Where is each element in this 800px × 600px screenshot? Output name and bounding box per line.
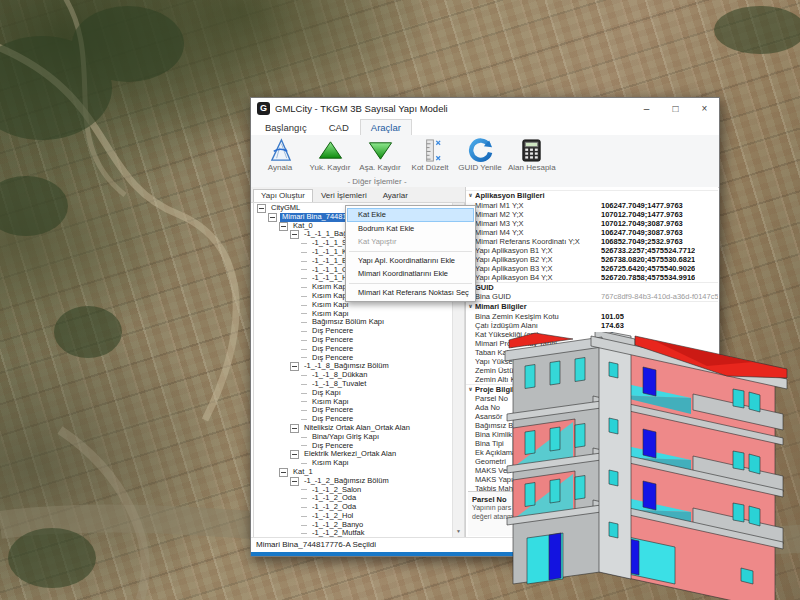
property-name: Bina GUID bbox=[466, 292, 601, 301]
tree-connector bbox=[301, 331, 307, 332]
property-value: 107012.7049;1477.9763 bbox=[601, 210, 683, 219]
ribbon-tab-Araçlar[interactable]: Araçlar bbox=[360, 119, 412, 135]
tree-item[interactable]: Dış Pencere bbox=[254, 327, 453, 336]
tree-connector bbox=[301, 278, 307, 279]
context-menu-item[interactable]: Mimari Kat Referans Noktası Seç bbox=[347, 286, 474, 300]
chevron-down-icon[interactable]: ∨ bbox=[466, 385, 475, 395]
property-name: Yapı Aplikasyon B3 Y;X bbox=[466, 264, 601, 273]
property-section-header[interactable]: ∨Aplikasyon Bilgileri bbox=[466, 190, 718, 201]
triangle-down-icon bbox=[368, 138, 393, 163]
ribbon-tab-bar: BaşlangıçCADAraçlar bbox=[251, 118, 719, 135]
property-name: Mimari M1 Y;X bbox=[466, 201, 601, 210]
property-row[interactable]: Bina Zemin Kesişim Kotu101.05 bbox=[466, 312, 718, 321]
context-menu-item[interactable]: Bodrum Kat Ekle bbox=[347, 222, 474, 236]
tree-connector bbox=[301, 349, 307, 350]
tree-expander-icon[interactable] bbox=[279, 222, 288, 231]
tree-connector bbox=[301, 463, 307, 464]
tree-connector bbox=[301, 419, 307, 420]
maximize-button[interactable]: □ bbox=[661, 98, 690, 118]
property-row[interactable]: Yapı Aplikasyon B3 Y;X526725.6420;457554… bbox=[466, 264, 718, 273]
toolbar-button-triangle-up[interactable]: Yuk. Kaydır bbox=[305, 137, 355, 172]
toolbar-button-label: GUID Yenile bbox=[458, 163, 502, 172]
toolbar-button-triangle-down[interactable]: Aşa. Kaydır bbox=[355, 137, 405, 172]
building-3d-model[interactable] bbox=[495, 332, 800, 600]
scroll-down-icon[interactable]: ▼ bbox=[453, 526, 464, 537]
ribbon-tab-Başlangıç[interactable]: Başlangıç bbox=[254, 119, 318, 135]
property-value: 526720.7858;4575534.9916 bbox=[601, 273, 695, 282]
context-menu-item[interactable]: Mimari Koordinatlarını Ekle bbox=[347, 267, 474, 281]
tree-item[interactable]: Bina/Yapı Giriş Kapı bbox=[254, 433, 453, 442]
status-text: Mimari Bina_744817776-A Seçildi bbox=[256, 540, 376, 549]
property-section-header[interactable]: ∨GUID bbox=[466, 282, 718, 293]
property-row[interactable]: Yapı Aplikasyon B4 Y;X526720.7858;457553… bbox=[466, 273, 718, 282]
property-row[interactable]: Mimari M3 Y;X107012.7049;3087.9763 bbox=[466, 219, 718, 228]
property-value: 107012.7049;3087.9763 bbox=[601, 219, 683, 228]
tree-expander-icon[interactable] bbox=[268, 213, 277, 222]
tree-item[interactable]: Dış Pencere bbox=[254, 336, 453, 345]
context-menu-item[interactable]: Yapı Apl. Koordinatlarını Ekle bbox=[347, 254, 474, 268]
minimize-button[interactable]: – bbox=[632, 98, 661, 118]
property-row[interactable]: Bina GUID767c8df9-84b3-410d-a36d-f0147c5… bbox=[466, 292, 718, 301]
property-row[interactable]: Mimari M1 Y;X106247.7049;1477.9763 bbox=[466, 201, 718, 210]
toolbar-button-label: Aşa. Kaydır bbox=[358, 163, 402, 172]
property-section-header[interactable]: ∨Mimari Bilgiler bbox=[466, 301, 718, 312]
property-row[interactable]: Mimari Referans Koordinatı Y;X106852.704… bbox=[466, 237, 718, 246]
chevron-down-icon[interactable]: ∨ bbox=[466, 302, 475, 312]
tree-connector bbox=[301, 437, 307, 438]
toolbar-button-mirror-ruler[interactable]: Aynala bbox=[255, 137, 305, 172]
context-menu-item[interactable]: Kat Ekle bbox=[347, 208, 474, 222]
property-value: 526733.2257;4575524.7712 bbox=[601, 246, 695, 255]
toolbar-button-level-ruler[interactable]: Kot Düzelt bbox=[405, 137, 455, 172]
toolbar-button-refresh[interactable]: GUID Yenile bbox=[455, 137, 505, 172]
tree-expander-icon[interactable] bbox=[290, 424, 299, 433]
panel-tab-Yapı Oluştur[interactable]: Yapı Oluştur bbox=[253, 189, 313, 202]
property-row[interactable]: Çatı İzdüşüm Alanı174.63 bbox=[466, 321, 718, 330]
panel-tab-Ayarlar[interactable]: Ayarlar bbox=[375, 189, 416, 202]
tree-item[interactable]: Dış Pencere bbox=[254, 345, 453, 354]
tree-item[interactable]: Bağımsız Bölüm Kapı bbox=[254, 318, 453, 327]
tree-item-label: Kısım Kapı bbox=[310, 459, 351, 468]
tree-item[interactable]: Elektrik Merkezi_Ortak Alan bbox=[254, 450, 453, 459]
tree-item[interactable]: Dış Kapı bbox=[254, 389, 453, 398]
context-menu: Kat EkleBodrum Kat EkleKat YapıştırYapı … bbox=[345, 205, 476, 302]
ribbon-tab-CAD[interactable]: CAD bbox=[318, 119, 360, 135]
tree-connector bbox=[301, 498, 307, 499]
property-row[interactable]: Mimari M4 Y;X106247.7049;3087.9763 bbox=[466, 228, 718, 237]
tree-connector bbox=[301, 375, 307, 376]
tree-item[interactable]: -1_-1_2_Oda bbox=[254, 503, 453, 512]
level-ruler-icon bbox=[418, 138, 443, 163]
context-menu-item[interactable]: Kat Yapıştır bbox=[347, 235, 474, 249]
tree-item[interactable]: Kısım Kapı bbox=[254, 301, 453, 310]
tree-connector bbox=[301, 322, 307, 323]
panel-tab-bar: Yapı OluşturVeri İşlemleriAyarlar bbox=[251, 187, 467, 203]
chevron-down-icon[interactable]: ∨ bbox=[466, 191, 475, 201]
menu-separator bbox=[349, 283, 472, 284]
close-icon: × bbox=[702, 103, 708, 114]
tree-connector bbox=[301, 445, 307, 446]
property-section-title: GUID bbox=[475, 283, 494, 293]
toolbar-button-calculator[interactable]: Alan Hesapla bbox=[505, 137, 559, 172]
panel-tab-Veri İşlemleri[interactable]: Veri İşlemleri bbox=[313, 189, 375, 202]
property-row[interactable]: Yapı Aplikasyon B2 Y;X526738.0820;457553… bbox=[466, 255, 718, 264]
tree-expander-icon[interactable] bbox=[279, 468, 288, 477]
close-button[interactable]: × bbox=[690, 98, 719, 118]
titlebar[interactable]: G GMLCity - TKGM 3B Sayısal Yapı Modeli … bbox=[251, 98, 719, 118]
minimize-icon: – bbox=[644, 103, 650, 114]
property-row[interactable]: Mimari M2 Y;X107012.7049;1477.9763 bbox=[466, 210, 718, 219]
tree-item[interactable]: -1_-1_8_Tuvalet bbox=[254, 380, 453, 389]
property-name: Mimari Referans Koordinatı Y;X bbox=[466, 237, 601, 246]
tree-expander-icon[interactable] bbox=[290, 362, 299, 371]
property-name: Mimari M3 Y;X bbox=[466, 219, 601, 228]
property-section-title: Mimari Bilgiler bbox=[475, 302, 527, 312]
tree-expander-icon[interactable] bbox=[257, 204, 266, 213]
tree-expander-icon[interactable] bbox=[290, 477, 299, 486]
tree-item[interactable]: Dış Pencere bbox=[254, 406, 453, 415]
toolbar-button-label: Aynala bbox=[258, 163, 302, 172]
toolbar-button-label: Yuk. Kaydır bbox=[308, 163, 352, 172]
property-row[interactable]: Yapı Aplikasyon B1 Y;X526733.2257;457552… bbox=[466, 246, 718, 255]
tree-item[interactable]: Kısım Kapı bbox=[254, 398, 453, 407]
property-name: Yapı Aplikasyon B2 Y;X bbox=[466, 255, 601, 264]
tree-item[interactable]: Kısım Kapı bbox=[254, 459, 453, 468]
tree-expander-icon[interactable] bbox=[290, 230, 299, 239]
tree-expander-icon[interactable] bbox=[290, 450, 299, 459]
